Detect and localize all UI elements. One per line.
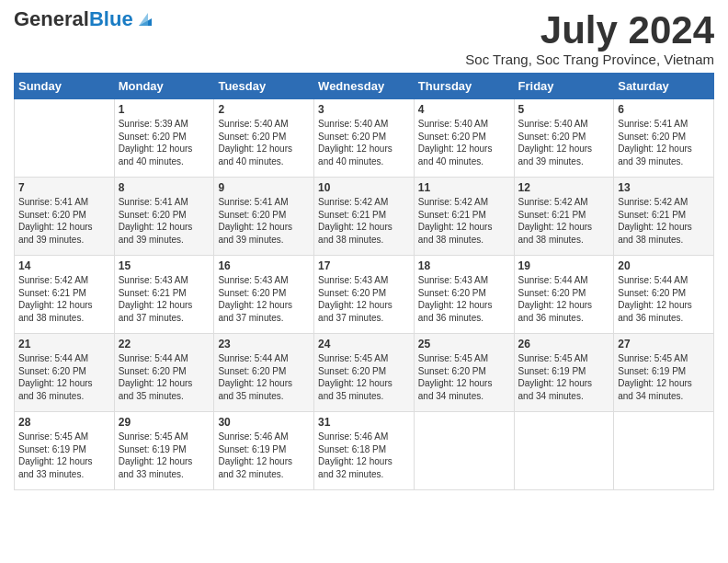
logo-general: GeneralBlue bbox=[14, 9, 133, 29]
day-info: Sunrise: 5:43 AM Sunset: 6:20 PM Dayligh… bbox=[218, 274, 310, 324]
calendar-cell: 3Sunrise: 5:40 AM Sunset: 6:20 PM Daylig… bbox=[314, 99, 415, 178]
day-number: 18 bbox=[418, 259, 510, 272]
month-title: July 2024 bbox=[465, 9, 714, 52]
day-number: 1 bbox=[119, 103, 210, 116]
header-day-friday: Friday bbox=[514, 74, 614, 99]
day-number: 6 bbox=[618, 103, 710, 116]
calendar-cell: 6Sunrise: 5:41 AM Sunset: 6:20 PM Daylig… bbox=[614, 99, 714, 178]
day-info: Sunrise: 5:41 AM Sunset: 6:20 PM Dayligh… bbox=[618, 118, 710, 167]
day-number: 13 bbox=[618, 181, 710, 194]
title-block: July 2024 Soc Trang, Soc Trang Province,… bbox=[465, 9, 714, 67]
day-info: Sunrise: 5:40 AM Sunset: 6:20 PM Dayligh… bbox=[518, 118, 610, 167]
day-info: Sunrise: 5:46 AM Sunset: 6:18 PM Dayligh… bbox=[318, 431, 410, 480]
calendar-cell: 14Sunrise: 5:42 AM Sunset: 6:21 PM Dayli… bbox=[15, 256, 115, 334]
day-number: 12 bbox=[518, 181, 610, 194]
day-info: Sunrise: 5:46 AM Sunset: 6:19 PM Dayligh… bbox=[218, 431, 310, 480]
day-info: Sunrise: 5:40 AM Sunset: 6:20 PM Dayligh… bbox=[418, 118, 510, 167]
calendar-cell: 22Sunrise: 5:44 AM Sunset: 6:20 PM Dayli… bbox=[114, 334, 214, 412]
day-info: Sunrise: 5:43 AM Sunset: 6:20 PM Dayligh… bbox=[318, 274, 410, 324]
calendar-cell: 25Sunrise: 5:45 AM Sunset: 6:20 PM Dayli… bbox=[414, 334, 514, 412]
calendar-cell: 18Sunrise: 5:43 AM Sunset: 6:20 PM Dayli… bbox=[414, 256, 514, 334]
day-info: Sunrise: 5:42 AM Sunset: 6:21 PM Dayligh… bbox=[518, 196, 610, 246]
day-number: 22 bbox=[119, 338, 210, 350]
calendar-cell bbox=[15, 99, 115, 178]
day-info: Sunrise: 5:45 AM Sunset: 6:19 PM Dayligh… bbox=[18, 431, 110, 480]
logo-icon bbox=[135, 9, 155, 29]
day-number: 10 bbox=[318, 181, 410, 194]
header-row: SundayMondayTuesdayWednesdayThursdayFrid… bbox=[15, 74, 714, 99]
header-day-wednesday: Wednesday bbox=[314, 74, 415, 99]
calendar-cell: 17Sunrise: 5:43 AM Sunset: 6:20 PM Dayli… bbox=[314, 256, 415, 334]
day-number: 19 bbox=[518, 259, 610, 272]
calendar-cell: 26Sunrise: 5:45 AM Sunset: 6:19 PM Dayli… bbox=[514, 334, 614, 412]
week-row-4: 21Sunrise: 5:44 AM Sunset: 6:20 PM Dayli… bbox=[15, 334, 714, 412]
day-info: Sunrise: 5:42 AM Sunset: 6:21 PM Dayligh… bbox=[618, 196, 710, 246]
calendar-cell: 8Sunrise: 5:41 AM Sunset: 6:20 PM Daylig… bbox=[114, 178, 214, 256]
calendar-cell: 1Sunrise: 5:39 AM Sunset: 6:20 PM Daylig… bbox=[114, 99, 214, 178]
day-number: 27 bbox=[618, 338, 710, 350]
calendar-cell: 19Sunrise: 5:44 AM Sunset: 6:20 PM Dayli… bbox=[514, 256, 614, 334]
day-info: Sunrise: 5:41 AM Sunset: 6:20 PM Dayligh… bbox=[18, 196, 110, 246]
header-day-sunday: Sunday bbox=[15, 74, 115, 99]
week-row-2: 7Sunrise: 5:41 AM Sunset: 6:20 PM Daylig… bbox=[15, 178, 714, 256]
day-info: Sunrise: 5:39 AM Sunset: 6:20 PM Dayligh… bbox=[119, 118, 210, 167]
calendar-cell: 27Sunrise: 5:45 AM Sunset: 6:19 PM Dayli… bbox=[614, 334, 714, 412]
day-info: Sunrise: 5:45 AM Sunset: 6:20 PM Dayligh… bbox=[318, 352, 410, 402]
day-info: Sunrise: 5:42 AM Sunset: 6:21 PM Dayligh… bbox=[318, 196, 410, 246]
day-number: 29 bbox=[119, 416, 210, 429]
calendar-cell: 7Sunrise: 5:41 AM Sunset: 6:20 PM Daylig… bbox=[15, 178, 115, 256]
calendar-cell: 4Sunrise: 5:40 AM Sunset: 6:20 PM Daylig… bbox=[414, 99, 514, 178]
day-info: Sunrise: 5:41 AM Sunset: 6:20 PM Dayligh… bbox=[119, 196, 210, 246]
day-number: 4 bbox=[418, 103, 510, 116]
header-day-tuesday: Tuesday bbox=[214, 74, 314, 99]
calendar-cell: 10Sunrise: 5:42 AM Sunset: 6:21 PM Dayli… bbox=[314, 178, 415, 256]
day-info: Sunrise: 5:44 AM Sunset: 6:20 PM Dayligh… bbox=[518, 274, 610, 324]
calendar-body: 1Sunrise: 5:39 AM Sunset: 6:20 PM Daylig… bbox=[15, 99, 714, 490]
svg-marker-1 bbox=[139, 13, 148, 26]
day-info: Sunrise: 5:45 AM Sunset: 6:19 PM Dayligh… bbox=[119, 431, 210, 480]
day-number: 25 bbox=[418, 338, 510, 350]
page-header: GeneralBlue July 2024 Soc Trang, Soc Tra… bbox=[14, 9, 714, 67]
logo: GeneralBlue bbox=[14, 9, 155, 29]
day-info: Sunrise: 5:44 AM Sunset: 6:20 PM Dayligh… bbox=[119, 352, 210, 402]
day-number: 5 bbox=[518, 103, 610, 116]
week-row-3: 14Sunrise: 5:42 AM Sunset: 6:21 PM Dayli… bbox=[15, 256, 714, 334]
day-info: Sunrise: 5:43 AM Sunset: 6:21 PM Dayligh… bbox=[119, 274, 210, 324]
calendar-cell: 16Sunrise: 5:43 AM Sunset: 6:20 PM Dayli… bbox=[214, 256, 314, 334]
day-number: 24 bbox=[318, 338, 410, 350]
calendar-cell: 21Sunrise: 5:44 AM Sunset: 6:20 PM Dayli… bbox=[15, 334, 115, 412]
week-row-1: 1Sunrise: 5:39 AM Sunset: 6:20 PM Daylig… bbox=[15, 99, 714, 178]
calendar-cell bbox=[414, 412, 514, 490]
calendar-cell: 2Sunrise: 5:40 AM Sunset: 6:20 PM Daylig… bbox=[214, 99, 314, 178]
day-number: 21 bbox=[18, 338, 110, 350]
day-number: 26 bbox=[518, 338, 610, 350]
day-info: Sunrise: 5:44 AM Sunset: 6:20 PM Dayligh… bbox=[618, 274, 710, 324]
day-info: Sunrise: 5:45 AM Sunset: 6:20 PM Dayligh… bbox=[418, 352, 510, 402]
calendar-cell: 9Sunrise: 5:41 AM Sunset: 6:20 PM Daylig… bbox=[214, 178, 314, 256]
header-day-monday: Monday bbox=[114, 74, 214, 99]
calendar-cell: 29Sunrise: 5:45 AM Sunset: 6:19 PM Dayli… bbox=[114, 412, 214, 490]
header-day-saturday: Saturday bbox=[614, 74, 714, 99]
calendar-header: SundayMondayTuesdayWednesdayThursdayFrid… bbox=[15, 74, 714, 99]
day-number: 30 bbox=[218, 416, 310, 429]
day-info: Sunrise: 5:45 AM Sunset: 6:19 PM Dayligh… bbox=[518, 352, 610, 402]
day-number: 14 bbox=[18, 259, 110, 272]
day-info: Sunrise: 5:44 AM Sunset: 6:20 PM Dayligh… bbox=[18, 352, 110, 402]
calendar-cell: 15Sunrise: 5:43 AM Sunset: 6:21 PM Dayli… bbox=[114, 256, 214, 334]
calendar-cell: 31Sunrise: 5:46 AM Sunset: 6:18 PM Dayli… bbox=[314, 412, 415, 490]
calendar-cell: 24Sunrise: 5:45 AM Sunset: 6:20 PM Dayli… bbox=[314, 334, 415, 412]
day-number: 20 bbox=[618, 259, 710, 272]
day-number: 8 bbox=[119, 181, 210, 194]
day-info: Sunrise: 5:40 AM Sunset: 6:20 PM Dayligh… bbox=[318, 118, 410, 167]
day-info: Sunrise: 5:43 AM Sunset: 6:20 PM Dayligh… bbox=[418, 274, 510, 324]
calendar-cell: 23Sunrise: 5:44 AM Sunset: 6:20 PM Dayli… bbox=[214, 334, 314, 412]
day-number: 23 bbox=[218, 338, 310, 350]
subtitle: Soc Trang, Soc Trang Province, Vietnam bbox=[465, 52, 714, 67]
calendar-cell: 12Sunrise: 5:42 AM Sunset: 6:21 PM Dayli… bbox=[514, 178, 614, 256]
day-info: Sunrise: 5:41 AM Sunset: 6:20 PM Dayligh… bbox=[218, 196, 310, 246]
calendar-cell bbox=[514, 412, 614, 490]
calendar-cell: 11Sunrise: 5:42 AM Sunset: 6:21 PM Dayli… bbox=[414, 178, 514, 256]
day-number: 31 bbox=[318, 416, 410, 429]
week-row-5: 28Sunrise: 5:45 AM Sunset: 6:19 PM Dayli… bbox=[15, 412, 714, 490]
calendar-cell bbox=[614, 412, 714, 490]
